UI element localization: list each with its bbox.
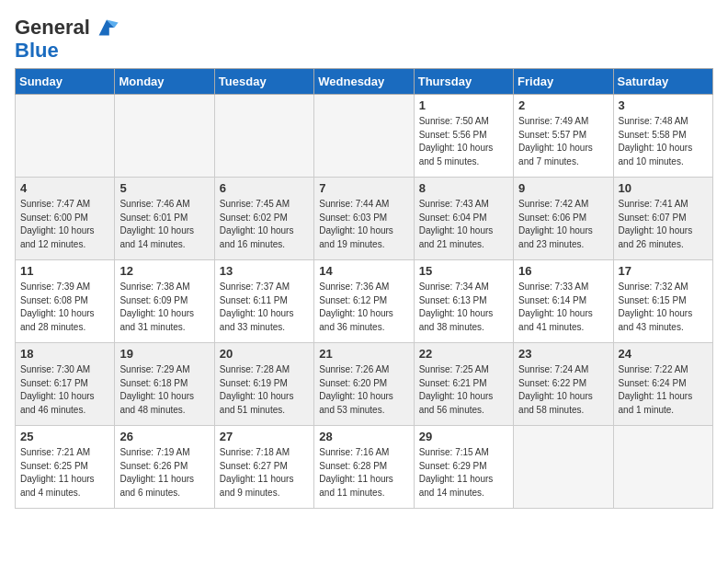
calendar-cell bbox=[16, 95, 115, 178]
calendar-cell: 15Sunrise: 7:34 AM Sunset: 6:13 PM Dayli… bbox=[414, 260, 513, 343]
calendar-cell: 1Sunrise: 7:50 AM Sunset: 5:56 PM Daylig… bbox=[414, 95, 513, 178]
weekday-header: Monday bbox=[115, 69, 214, 95]
day-info: Sunrise: 7:33 AM Sunset: 6:14 PM Dayligh… bbox=[518, 281, 608, 334]
day-info: Sunrise: 7:42 AM Sunset: 6:06 PM Dayligh… bbox=[518, 198, 608, 251]
day-info: Sunrise: 7:47 AM Sunset: 6:00 PM Dayligh… bbox=[20, 198, 109, 251]
day-info: Sunrise: 7:24 AM Sunset: 6:22 PM Dayligh… bbox=[518, 363, 608, 417]
day-info: Sunrise: 7:49 AM Sunset: 5:57 PM Dayligh… bbox=[518, 115, 608, 168]
weekday-header: Saturday bbox=[613, 69, 712, 95]
calendar-cell: 11Sunrise: 7:39 AM Sunset: 6:08 PM Dayli… bbox=[16, 260, 115, 343]
day-info: Sunrise: 7:45 AM Sunset: 6:02 PM Dayligh… bbox=[220, 198, 309, 251]
day-number: 26 bbox=[119, 430, 209, 443]
day-number: 5 bbox=[119, 181, 209, 195]
day-number: 8 bbox=[419, 181, 508, 195]
day-info: Sunrise: 7:21 AM Sunset: 6:25 PM Dayligh… bbox=[20, 446, 109, 500]
calendar-cell: 12Sunrise: 7:38 AM Sunset: 6:09 PM Dayli… bbox=[115, 260, 214, 343]
day-info: Sunrise: 7:16 AM Sunset: 6:28 PM Dayligh… bbox=[319, 446, 408, 500]
day-info: Sunrise: 7:25 AM Sunset: 6:21 PM Dayligh… bbox=[419, 363, 508, 417]
day-number: 22 bbox=[419, 347, 508, 361]
day-number: 4 bbox=[20, 181, 109, 195]
day-number: 23 bbox=[518, 347, 608, 361]
calendar-cell: 8Sunrise: 7:43 AM Sunset: 6:04 PM Daylig… bbox=[414, 178, 513, 260]
day-number: 9 bbox=[518, 181, 608, 195]
calendar-cell bbox=[115, 95, 214, 178]
calendar-cell: 28Sunrise: 7:16 AM Sunset: 6:28 PM Dayli… bbox=[314, 426, 414, 509]
calendar-cell: 20Sunrise: 7:28 AM Sunset: 6:19 PM Dayli… bbox=[214, 343, 313, 426]
calendar-cell: 7Sunrise: 7:44 AM Sunset: 6:03 PM Daylig… bbox=[314, 178, 414, 260]
calendar-cell bbox=[314, 95, 414, 178]
calendar-cell: 23Sunrise: 7:24 AM Sunset: 6:22 PM Dayli… bbox=[514, 343, 613, 426]
calendar-cell: 10Sunrise: 7:41 AM Sunset: 6:07 PM Dayli… bbox=[613, 178, 712, 260]
calendar-cell: 25Sunrise: 7:21 AM Sunset: 6:25 PM Dayli… bbox=[16, 426, 115, 509]
day-number: 14 bbox=[319, 264, 408, 278]
weekday-header: Sunday bbox=[16, 69, 115, 95]
day-info: Sunrise: 7:44 AM Sunset: 6:03 PM Dayligh… bbox=[319, 198, 408, 251]
day-info: Sunrise: 7:28 AM Sunset: 6:19 PM Dayligh… bbox=[220, 363, 309, 417]
calendar-cell: 22Sunrise: 7:25 AM Sunset: 6:21 PM Dayli… bbox=[414, 343, 513, 426]
calendar-cell: 3Sunrise: 7:48 AM Sunset: 5:58 PM Daylig… bbox=[613, 95, 712, 178]
day-number: 19 bbox=[119, 347, 209, 361]
calendar-cell: 24Sunrise: 7:22 AM Sunset: 6:24 PM Dayli… bbox=[613, 343, 712, 426]
day-info: Sunrise: 7:38 AM Sunset: 6:09 PM Dayligh… bbox=[119, 281, 209, 334]
calendar-cell: 19Sunrise: 7:29 AM Sunset: 6:18 PM Dayli… bbox=[115, 343, 214, 426]
logo-icon bbox=[94, 15, 119, 40]
weekday-header: Tuesday bbox=[214, 69, 313, 95]
day-number: 13 bbox=[220, 264, 309, 278]
calendar-table: SundayMondayTuesdayWednesdayThursdayFrid… bbox=[15, 68, 713, 509]
day-info: Sunrise: 7:32 AM Sunset: 6:15 PM Dayligh… bbox=[619, 281, 708, 334]
day-info: Sunrise: 7:26 AM Sunset: 6:20 PM Dayligh… bbox=[319, 363, 408, 417]
calendar-cell: 6Sunrise: 7:45 AM Sunset: 6:02 PM Daylig… bbox=[214, 178, 313, 260]
calendar-cell: 17Sunrise: 7:32 AM Sunset: 6:15 PM Dayli… bbox=[613, 260, 712, 343]
day-number: 16 bbox=[518, 264, 608, 278]
calendar-cell: 27Sunrise: 7:18 AM Sunset: 6:27 PM Dayli… bbox=[214, 426, 313, 509]
day-number: 10 bbox=[619, 181, 708, 195]
weekday-header: Friday bbox=[514, 69, 613, 95]
day-info: Sunrise: 7:46 AM Sunset: 6:01 PM Dayligh… bbox=[119, 198, 209, 251]
day-number: 12 bbox=[119, 264, 209, 278]
calendar-cell bbox=[514, 426, 613, 509]
day-number: 29 bbox=[419, 430, 508, 443]
calendar-cell: 9Sunrise: 7:42 AM Sunset: 6:06 PM Daylig… bbox=[514, 178, 613, 260]
logo-blue: Blue bbox=[15, 39, 59, 62]
day-info: Sunrise: 7:39 AM Sunset: 6:08 PM Dayligh… bbox=[20, 281, 109, 334]
day-number: 17 bbox=[619, 264, 708, 278]
day-info: Sunrise: 7:18 AM Sunset: 6:27 PM Dayligh… bbox=[220, 446, 309, 500]
weekday-header: Wednesday bbox=[314, 69, 414, 95]
calendar-cell: 29Sunrise: 7:15 AM Sunset: 6:29 PM Dayli… bbox=[414, 426, 513, 509]
day-number: 20 bbox=[220, 347, 309, 361]
day-info: Sunrise: 7:34 AM Sunset: 6:13 PM Dayligh… bbox=[419, 281, 508, 334]
day-number: 21 bbox=[319, 347, 408, 361]
logo: General Blue bbox=[15, 15, 119, 61]
day-info: Sunrise: 7:36 AM Sunset: 6:12 PM Dayligh… bbox=[319, 281, 408, 334]
day-number: 24 bbox=[619, 347, 708, 361]
header: General Blue bbox=[15, 15, 713, 61]
calendar-cell: 14Sunrise: 7:36 AM Sunset: 6:12 PM Dayli… bbox=[314, 260, 414, 343]
day-number: 28 bbox=[319, 430, 408, 443]
calendar-cell: 18Sunrise: 7:30 AM Sunset: 6:17 PM Dayli… bbox=[16, 343, 115, 426]
day-number: 7 bbox=[319, 181, 408, 195]
calendar-cell: 21Sunrise: 7:26 AM Sunset: 6:20 PM Dayli… bbox=[314, 343, 414, 426]
day-number: 18 bbox=[20, 347, 109, 361]
day-info: Sunrise: 7:29 AM Sunset: 6:18 PM Dayligh… bbox=[119, 363, 209, 417]
day-info: Sunrise: 7:41 AM Sunset: 6:07 PM Dayligh… bbox=[619, 198, 708, 251]
calendar-cell bbox=[214, 95, 313, 178]
day-info: Sunrise: 7:48 AM Sunset: 5:58 PM Dayligh… bbox=[619, 115, 708, 168]
day-number: 25 bbox=[20, 430, 109, 443]
day-info: Sunrise: 7:15 AM Sunset: 6:29 PM Dayligh… bbox=[419, 446, 508, 500]
day-info: Sunrise: 7:22 AM Sunset: 6:24 PM Dayligh… bbox=[619, 363, 708, 417]
weekday-header: Thursday bbox=[414, 69, 513, 95]
day-info: Sunrise: 7:43 AM Sunset: 6:04 PM Dayligh… bbox=[419, 198, 508, 251]
calendar-cell: 2Sunrise: 7:49 AM Sunset: 5:57 PM Daylig… bbox=[514, 95, 613, 178]
calendar-cell bbox=[613, 426, 712, 509]
day-info: Sunrise: 7:37 AM Sunset: 6:11 PM Dayligh… bbox=[220, 281, 309, 334]
day-number: 11 bbox=[20, 264, 109, 278]
calendar-cell: 26Sunrise: 7:19 AM Sunset: 6:26 PM Dayli… bbox=[115, 426, 214, 509]
day-number: 2 bbox=[518, 98, 608, 112]
day-number: 15 bbox=[419, 264, 508, 278]
day-number: 27 bbox=[220, 430, 309, 443]
calendar-cell: 16Sunrise: 7:33 AM Sunset: 6:14 PM Dayli… bbox=[514, 260, 613, 343]
day-info: Sunrise: 7:19 AM Sunset: 6:26 PM Dayligh… bbox=[119, 446, 209, 500]
calendar-cell: 4Sunrise: 7:47 AM Sunset: 6:00 PM Daylig… bbox=[16, 178, 115, 260]
day-number: 1 bbox=[419, 98, 508, 112]
day-info: Sunrise: 7:50 AM Sunset: 5:56 PM Dayligh… bbox=[419, 115, 508, 168]
